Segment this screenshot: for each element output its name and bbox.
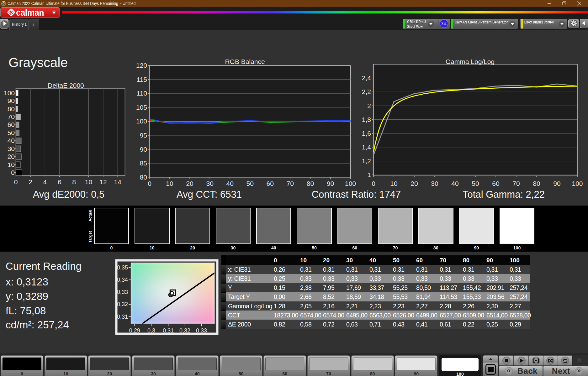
svg-text:4: 4 (43, 178, 47, 185)
svg-text:0,32: 0,32 (179, 327, 190, 334)
svg-text:0,29: 0,29 (129, 327, 140, 334)
svg-text:10: 10 (390, 180, 397, 187)
svg-text:70: 70 (512, 180, 520, 187)
svg-text:90: 90 (327, 180, 334, 187)
svg-text:2: 2 (367, 102, 371, 109)
svg-text:0,34: 0,34 (117, 277, 128, 283)
svg-text:0: 0 (11, 169, 15, 176)
svg-text:100: 100 (4, 89, 15, 97)
svg-text:115: 115 (137, 76, 147, 83)
svg-text:60: 60 (267, 180, 274, 187)
svg-text:10: 10 (8, 161, 15, 168)
svg-text:95: 95 (140, 132, 147, 139)
svg-text:40: 40 (451, 180, 458, 187)
svg-text:1,4: 1,4 (362, 144, 371, 151)
svg-text:100: 100 (345, 180, 356, 187)
svg-text:2,4: 2,4 (362, 74, 371, 81)
svg-text:12: 12 (99, 178, 107, 185)
svg-text:105: 105 (136, 104, 147, 111)
svg-text:120: 120 (136, 62, 147, 69)
svg-text:RGB Balance: RGB Balance (225, 58, 265, 65)
svg-text:0: 0 (372, 180, 375, 187)
svg-text:80: 80 (8, 105, 15, 112)
svg-text:85: 85 (140, 159, 147, 167)
svg-text:0,35: 0,35 (117, 264, 128, 271)
svg-text:100: 100 (136, 118, 147, 125)
svg-text:1,8: 1,8 (362, 116, 371, 123)
svg-text:50: 50 (246, 180, 254, 187)
svg-text:0,3: 0,3 (147, 327, 155, 334)
svg-text:20: 20 (186, 180, 193, 187)
svg-text:90: 90 (140, 146, 147, 153)
svg-text:20: 20 (8, 153, 15, 160)
svg-text:110: 110 (137, 90, 147, 97)
svg-text:40: 40 (8, 137, 15, 144)
svg-text:2: 2 (29, 178, 32, 185)
svg-text:80: 80 (307, 180, 314, 187)
svg-text:100: 100 (572, 180, 583, 187)
svg-text:10: 10 (166, 180, 173, 187)
svg-text:2,2: 2,2 (362, 88, 371, 95)
svg-text:8: 8 (72, 178, 76, 185)
svg-text:50: 50 (8, 129, 15, 136)
svg-text:80: 80 (140, 174, 147, 181)
svg-text:Gamma Log/Log: Gamma Log/Log (446, 58, 495, 65)
svg-text:90: 90 (8, 97, 15, 104)
svg-text:70: 70 (287, 180, 294, 187)
svg-text:0,32: 0,32 (117, 301, 128, 307)
svg-text:30: 30 (431, 180, 438, 187)
svg-text:0,33: 0,33 (196, 327, 207, 334)
svg-text:50: 50 (472, 180, 479, 187)
svg-text:0: 0 (14, 178, 18, 185)
svg-text:0,31: 0,31 (163, 327, 174, 334)
svg-text:14: 14 (114, 178, 122, 185)
svg-text:80: 80 (533, 180, 540, 187)
svg-text:6: 6 (58, 178, 61, 185)
svg-text:0,33: 0,33 (117, 289, 128, 295)
svg-text:30: 30 (8, 145, 15, 152)
svg-text:DeltaE 2000: DeltaE 2000 (48, 82, 84, 89)
svg-text:20: 20 (411, 180, 418, 187)
svg-text:30: 30 (206, 180, 214, 187)
svg-text:10: 10 (85, 178, 92, 185)
svg-text:70: 70 (8, 113, 15, 120)
svg-text:60: 60 (492, 180, 499, 187)
svg-text:1: 1 (367, 171, 371, 178)
svg-text:1,2: 1,2 (362, 157, 371, 164)
svg-text:0: 0 (148, 180, 151, 187)
svg-text:60: 60 (8, 121, 15, 128)
svg-text:40: 40 (226, 180, 234, 187)
svg-text:90: 90 (553, 180, 560, 187)
svg-text:1,6: 1,6 (362, 130, 371, 137)
svg-text:0,31: 0,31 (117, 314, 128, 320)
